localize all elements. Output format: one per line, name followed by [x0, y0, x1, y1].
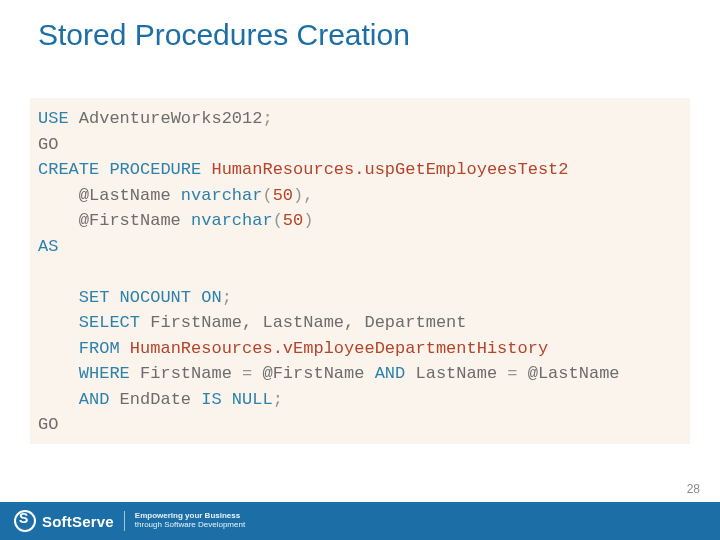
page-number: 28: [687, 482, 700, 496]
semicolon-3: ;: [273, 390, 283, 409]
paren-close-1: ),: [293, 186, 313, 205]
code-block: USE AdventureWorks2012; GO CREATE PROCED…: [30, 98, 690, 444]
space: [222, 390, 232, 409]
kw-from: FROM: [38, 339, 120, 358]
brand-tagline: Empowering your Business through Softwar…: [135, 512, 245, 530]
kw-and-2: AND: [38, 390, 109, 409]
tagline-line2: through Software Development: [135, 521, 245, 530]
paren-close-2: ): [303, 211, 313, 230]
param-lastname: @LastName: [38, 186, 181, 205]
footer-divider: [124, 511, 125, 531]
kw-set-nocount: SET NOCOUNT ON: [38, 288, 222, 307]
num-50-1: 50: [273, 186, 293, 205]
type-nvarchar-2: nvarchar: [191, 211, 273, 230]
type-nvarchar-1: nvarchar: [181, 186, 263, 205]
num-50-2: 50: [283, 211, 303, 230]
kw-use: USE: [38, 109, 69, 128]
brand-name: SoftServe: [42, 513, 114, 530]
footer-bar: SoftServe Empowering your Business throu…: [0, 502, 720, 540]
go-2: GO: [38, 415, 58, 434]
eq-2: =: [507, 364, 517, 383]
kw-create-procedure: CREATE PROCEDURE: [38, 160, 201, 179]
kw-is: IS: [201, 390, 221, 409]
kw-select: SELECT: [38, 313, 140, 332]
where-col2: LastName: [405, 364, 507, 383]
kw-null: NULL: [232, 390, 273, 409]
enddate-col: EndDate: [109, 390, 201, 409]
semicolon-2: ;: [222, 288, 232, 307]
where-p1: @FirstName: [252, 364, 374, 383]
kw-and-1: AND: [375, 364, 406, 383]
select-cols: FirstName, LastName, Department: [140, 313, 466, 332]
slide-title: Stored Procedures Creation: [38, 18, 410, 52]
from-table: HumanResources.vEmployeeDepartmentHistor…: [120, 339, 548, 358]
paren-open-1: (: [262, 186, 272, 205]
kw-where: WHERE: [38, 364, 130, 383]
brand-logo-icon: [14, 510, 36, 532]
param-firstname: @FirstName: [38, 211, 191, 230]
semicolon: ;: [262, 109, 272, 128]
db-name: AdventureWorks2012: [69, 109, 263, 128]
proc-name: HumanResources.uspGetEmployeesTest2: [201, 160, 568, 179]
kw-as: AS: [38, 237, 58, 256]
eq-1: =: [242, 364, 252, 383]
paren-open-2: (: [273, 211, 283, 230]
go-1: GO: [38, 135, 58, 154]
where-col1: FirstName: [130, 364, 242, 383]
where-p2: @LastName: [518, 364, 620, 383]
